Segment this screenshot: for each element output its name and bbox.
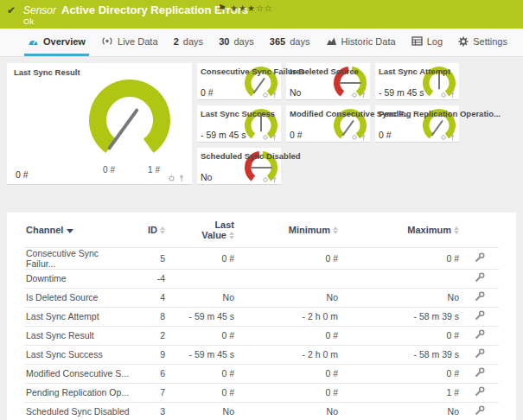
maximum-cell: 0 # [340, 364, 461, 383]
maximum-cell: 0 # [340, 326, 461, 345]
gear-icon [458, 36, 469, 47]
tab-label: Log [427, 36, 443, 47]
maximum-cell: 1 # [340, 383, 461, 402]
column-header-channel[interactable]: Channel [24, 213, 132, 247]
maximum-cell [340, 269, 461, 288]
channel-id-cell: 5 [132, 247, 167, 269]
panel-gear-icon[interactable] [262, 176, 269, 183]
maximum-cell: No [340, 288, 461, 307]
channel-settings-icon[interactable] [475, 329, 485, 341]
channel-settings-icon[interactable] [475, 252, 485, 264]
panel-pin-icon[interactable] [450, 92, 456, 99]
main-gauge-panel[interactable]: Last Sync Result 0 # 1 # 0 # [7, 63, 192, 185]
column-header-id[interactable]: ID [132, 213, 167, 247]
gauge-value: - 59 m 45 s [379, 87, 424, 98]
tab-settings[interactable]: Settings [455, 29, 511, 56]
gauge-panel-consecutive-sync-failures[interactable]: Consecutive Sync Failures 0 # [197, 63, 281, 100]
column-header-last-value[interactable]: Last Value [167, 213, 236, 247]
panel-gear-icon[interactable] [440, 92, 447, 99]
panel-pin-icon[interactable] [360, 134, 367, 141]
gauge-value: 0 # [379, 130, 392, 140]
table-row: Downtime -4 [24, 269, 499, 288]
channel-settings-icon[interactable] [475, 272, 485, 284]
panel-gear-icon[interactable] [168, 175, 175, 182]
channel-name-cell[interactable]: Last Sync Success [24, 345, 132, 364]
gauge-panel-last-sync-attempt[interactable]: Last Sync Attempt - 59 m 45 s [375, 63, 459, 100]
chart-icon [326, 36, 337, 46]
channel-settings-icon[interactable] [475, 386, 485, 398]
tab-live-data[interactable]: Live Data [98, 29, 161, 56]
panel-pin-icon[interactable] [271, 92, 277, 99]
gauge-value: 0 # [290, 130, 303, 140]
gauge-scale-max: 1 # [138, 165, 169, 175]
panel-icon-group [262, 176, 277, 183]
column-header-minimum[interactable]: Minimum [236, 213, 340, 247]
minimum-cell: No [236, 402, 340, 420]
gauge-panel-last-sync-success[interactable]: Last Sync Success - 59 m 45 s [197, 105, 281, 143]
channel-settings-icon[interactable] [475, 291, 485, 303]
sort-icon [454, 226, 459, 234]
gauge-panel-pending-replication-operatio[interactable]: Pending Replication Operatio... 0 # [375, 105, 459, 143]
tab-days[interactable]: 30 days [215, 29, 258, 56]
panel-pin-icon[interactable] [450, 134, 456, 141]
panel-pin-icon[interactable] [271, 176, 277, 183]
channel-id-cell: 7 [132, 383, 167, 402]
channel-name-cell[interactable]: Scheduled Sync Disabled [24, 402, 132, 420]
tab-overview[interactable]: Overview [24, 29, 89, 56]
tab-number: 365 [270, 36, 285, 47]
minimum-cell: 0 # [236, 364, 340, 383]
gauge-needle [432, 121, 443, 135]
panel-gear-icon[interactable] [262, 92, 269, 99]
priority-flag-icon[interactable]: ⚑ [218, 3, 226, 14]
channel-name-cell[interactable]: Downtime [24, 269, 132, 288]
panel-pin-icon[interactable] [178, 175, 185, 182]
gauge-title: Pending Replication Operatio... [379, 109, 501, 118]
panel-icon-group [168, 175, 185, 182]
tab-log[interactable]: Log [408, 29, 446, 56]
panel-pin-icon[interactable] [271, 134, 277, 141]
channel-id-cell: 4 [132, 288, 167, 307]
tab-days[interactable]: 2 days [170, 29, 207, 56]
channel-name-cell[interactable]: Last Sync Result [24, 326, 132, 345]
panel-gear-icon[interactable] [351, 92, 358, 99]
tab-label: days [290, 36, 309, 47]
column-header-maximum[interactable]: Maximum [340, 213, 461, 247]
channel-id-cell: 8 [132, 307, 167, 326]
gauge-needle [254, 79, 265, 92]
channel-id-cell: 6 [132, 364, 167, 383]
priority-stars[interactable]: ★★★☆☆ [230, 3, 273, 13]
panel-gear-icon[interactable] [351, 134, 358, 141]
sensor-header: ✔ Sensor Active Directory Replication Er… [0, 0, 523, 29]
tab-number: 2 [174, 36, 179, 47]
panel-pin-icon[interactable] [360, 92, 367, 99]
channel-name-cell[interactable]: Last Sync Attempt [24, 307, 132, 326]
channel-name-cell[interactable]: Is Deleted Source [24, 288, 132, 307]
channel-settings-icon[interactable] [475, 405, 485, 417]
minimum-cell: 0 # [236, 247, 340, 269]
gauge-scale-min: 0 # [93, 165, 124, 175]
last-value-cell [167, 269, 236, 288]
sort-icon [333, 226, 338, 234]
panel-gear-icon[interactable] [262, 134, 269, 141]
channel-settings-icon[interactable] [475, 367, 485, 379]
gauge-panel-is-deleted-source[interactable]: Is Deleted Source No [286, 63, 370, 100]
maximum-cell: - 58 m 39 s [340, 307, 461, 326]
minimum-cell: 0 # [236, 383, 340, 402]
last-value-cell: 0 # [167, 326, 236, 345]
channel-settings-icon[interactable] [475, 310, 485, 322]
panel-gear-icon[interactable] [440, 134, 447, 141]
tab-days[interactable]: 365 days [266, 29, 314, 56]
gauge-panel-scheduled-sync-disabled[interactable]: Scheduled Sync Disabled No [197, 148, 281, 185]
channel-settings-icon[interactable] [475, 348, 485, 360]
channel-name-cell[interactable]: Consecutive Sync Failur... [24, 247, 132, 269]
table-row: Consecutive Sync Failur... 5 0 # 0 # 0 # [24, 247, 499, 269]
tab-historic-data[interactable]: Historic Data [322, 29, 399, 56]
channel-name-cell[interactable]: Pending Replication Op... [24, 383, 132, 402]
last-value-cell: - 59 m 45 s [167, 345, 236, 364]
minimum-cell [236, 269, 340, 288]
panel-icon-group [440, 134, 456, 141]
channel-name-cell[interactable]: Modified Consecutive S... [24, 364, 132, 383]
gauge-panel-modified-consecutive-sync-f[interactable]: Modified Consecutive Sync F... 0 # [286, 105, 370, 143]
last-value-cell: 0 # [167, 383, 236, 402]
maximum-cell: 0 # [340, 247, 461, 269]
